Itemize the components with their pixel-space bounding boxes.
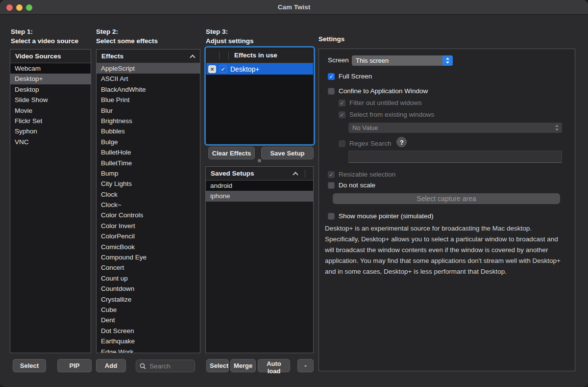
effect-row[interactable]: Bump xyxy=(97,168,200,179)
pip-button[interactable]: PIP xyxy=(57,359,92,372)
video-sources-header: Video Sources xyxy=(10,50,91,63)
effect-enabled-checkbox[interactable] xyxy=(220,65,227,73)
full-screen-checkbox[interactable] xyxy=(328,73,335,80)
effect-row[interactable]: Blur xyxy=(97,105,200,116)
effects-list[interactable]: AppleScript ASCII Art BlackAndWhite Blue… xyxy=(97,63,200,353)
splitter-handle[interactable] xyxy=(258,159,261,162)
effect-row[interactable]: AppleScript xyxy=(97,63,200,74)
close-window-icon[interactable] xyxy=(6,4,13,11)
settings-title: Settings xyxy=(318,35,344,43)
screen-popup[interactable]: This screen xyxy=(352,55,453,66)
window-title-field[interactable] xyxy=(348,151,562,163)
saved-setup-row[interactable]: android xyxy=(206,181,313,191)
effect-row[interactable]: Crystallize xyxy=(97,294,200,305)
step1-title: Step 1: xyxy=(11,27,78,36)
select-capture-area-button: Select capture area xyxy=(333,193,560,204)
clear-effects-button[interactable]: Clear Effects xyxy=(208,147,255,159)
step2-subtitle: Select some effects xyxy=(96,36,158,46)
remove-effect-icon[interactable] xyxy=(208,65,216,73)
effect-row[interactable]: BlackAndWhite xyxy=(97,84,200,95)
screen-row: Screen xyxy=(328,56,349,64)
effect-row[interactable]: Countdown xyxy=(97,284,200,294)
effect-row[interactable]: Count up xyxy=(97,273,200,284)
effect-row[interactable]: Bubbles xyxy=(97,126,200,136)
collapse-chevron-icon[interactable] xyxy=(190,54,195,60)
effect-row[interactable]: ComicBook xyxy=(97,242,200,252)
minimize-window-icon[interactable] xyxy=(16,4,23,11)
video-source-label: Syphon xyxy=(15,128,37,135)
effect-row[interactable]: Bulge xyxy=(97,137,200,147)
regex-search-row: Regex Search xyxy=(339,139,392,148)
add-effect-button[interactable]: Add xyxy=(96,359,126,372)
effect-row[interactable]: BulletHole xyxy=(97,147,200,157)
effect-row[interactable]: Clock xyxy=(97,189,200,200)
video-source-row[interactable]: VNC xyxy=(10,137,91,147)
camtwist-window: Cam Twist Step 1: Select a video source … xyxy=(0,0,588,387)
effect-row[interactable]: City Lights xyxy=(97,179,200,189)
effect-label: ComicBook xyxy=(101,243,135,251)
select-setup-button[interactable]: Select xyxy=(206,359,229,372)
remove-setup-button[interactable]: - xyxy=(297,359,314,372)
effect-row[interactable]: Edge Work xyxy=(97,347,200,353)
effect-label: Blue Print xyxy=(101,96,130,103)
mouse-pointer-checkbox[interactable] xyxy=(328,213,335,220)
title-bar[interactable]: Cam Twist xyxy=(0,0,588,15)
effect-row[interactable]: Color Invert xyxy=(97,221,200,231)
effect-row[interactable]: Clock~ xyxy=(97,200,200,210)
video-source-row[interactable]: Desktop+ xyxy=(10,74,91,84)
do-not-scale-row: Do not scale xyxy=(328,181,375,189)
effect-row[interactable]: Color Controls xyxy=(97,210,200,220)
effect-in-use-label: Desktop+ xyxy=(230,65,260,73)
step3-header: Step 3: Adjust settings xyxy=(206,27,254,46)
desktop-plus-description: Desktop+ is an experimental source for b… xyxy=(325,223,567,277)
effect-label: Concert xyxy=(101,264,124,271)
effect-row[interactable]: ColorPencil xyxy=(97,231,200,241)
effect-row[interactable]: Blue Print xyxy=(97,95,200,105)
video-source-row[interactable]: Slide Show xyxy=(10,95,91,105)
video-source-row[interactable]: Movie xyxy=(10,105,91,116)
effect-label: Bulge xyxy=(101,138,118,146)
full-screen-label: Full Screen xyxy=(339,73,372,80)
confine-checkbox[interactable] xyxy=(328,88,335,95)
video-sources-list[interactable]: Webcam Desktop+ Desktop Slide Show Movie… xyxy=(10,63,91,147)
do-not-scale-checkbox[interactable] xyxy=(328,182,335,189)
merge-setup-button[interactable]: Merge xyxy=(230,359,256,372)
effect-label: ASCII Art xyxy=(101,75,128,82)
video-sources-panel: Video Sources Webcam Desktop+ Desktop Sl… xyxy=(10,49,91,353)
column-divider xyxy=(219,52,220,59)
select-source-button[interactable]: Select xyxy=(13,359,46,372)
effect-row[interactable]: Compound Eye xyxy=(97,252,200,262)
effect-label: Clock xyxy=(101,191,118,198)
help-button[interactable]: ? xyxy=(396,137,407,147)
effect-label: Countdown xyxy=(101,285,134,292)
save-setup-button[interactable]: Save Setup xyxy=(261,147,314,159)
video-source-label: Desktop xyxy=(15,86,39,93)
popup-chevrons-icon xyxy=(442,55,453,66)
effect-search-field[interactable] xyxy=(136,360,195,372)
effect-row[interactable]: Brightness xyxy=(97,116,200,126)
effects-in-use-list[interactable]: Desktop+ xyxy=(206,63,313,75)
effect-in-use-row[interactable]: Desktop+ xyxy=(206,63,313,75)
video-source-row[interactable]: Flickr Set xyxy=(10,116,91,126)
effect-row[interactable]: Dent xyxy=(97,315,200,325)
video-source-row[interactable]: Syphon xyxy=(10,126,91,136)
step2-header: Step 2: Select some effects xyxy=(96,27,158,46)
effect-row[interactable]: Dot Screen xyxy=(97,326,200,336)
effect-row[interactable]: Cube xyxy=(97,305,200,315)
saved-setups-list[interactable]: android iphone xyxy=(206,181,313,202)
resizable-checkbox xyxy=(328,171,335,178)
effect-row[interactable]: Concert xyxy=(97,262,200,273)
video-source-row[interactable]: Desktop xyxy=(10,84,91,95)
effect-row[interactable]: ASCII Art xyxy=(97,74,200,84)
effect-row[interactable]: BulletTime xyxy=(97,158,200,168)
search-input[interactable] xyxy=(148,362,191,370)
collapse-chevron-icon[interactable] xyxy=(293,172,298,177)
video-source-row[interactable]: Webcam xyxy=(10,63,91,74)
effect-row[interactable]: Earthquake xyxy=(97,336,200,346)
zoom-window-icon[interactable] xyxy=(26,4,32,11)
saved-setup-row[interactable]: iphone xyxy=(206,191,313,201)
popup-chevrons-icon xyxy=(552,123,562,133)
step1-subtitle: Select a video source xyxy=(11,36,78,46)
auto-load-button[interactable]: Auto load xyxy=(258,359,290,372)
regex-search-checkbox[interactable] xyxy=(339,140,345,147)
